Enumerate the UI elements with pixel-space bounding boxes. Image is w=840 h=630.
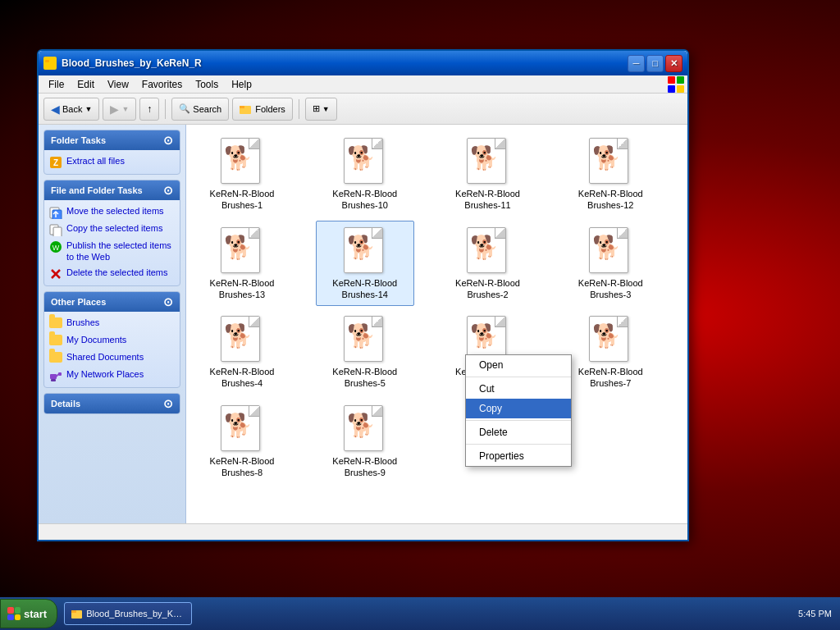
- move-selected-link[interactable]: Move the selected items: [49, 205, 175, 219]
- file-area[interactable]: 🐕 KeReN-R-BloodBrushes-1 🐕 KeReN-R: [186, 125, 687, 523]
- menu-edit[interactable]: Edit: [71, 77, 101, 92]
- network-places-link[interactable]: My Network Places: [49, 368, 175, 382]
- file-name-7: KeReN-R-BloodBrushes-7: [578, 366, 643, 390]
- folder-tasks-collapse-icon: ⊙: [163, 134, 173, 147]
- file-name-5: KeReN-R-BloodBrushes-5: [332, 366, 397, 390]
- copy-selected-link[interactable]: Copy the selected items: [49, 222, 175, 236]
- search-label: Search: [193, 104, 221, 114]
- taskbar-clock: 5:45 PM: [790, 609, 840, 619]
- taskbar-explorer-item[interactable]: Blood_Brushes_by_KeReN_R: [64, 602, 192, 625]
- folder-tasks-section: Folder Tasks ⊙ Z Extract all files: [43, 130, 180, 175]
- svg-rect-3: [677, 76, 684, 84]
- menu-view[interactable]: View: [101, 77, 135, 92]
- file-item[interactable]: 🐕 KeReN-R-BloodBrushes-12: [561, 131, 660, 217]
- ctx-separator-3: [466, 444, 571, 445]
- folder-tasks-header[interactable]: Folder Tasks ⊙: [44, 130, 180, 150]
- file-item[interactable]: 🐕 KeReN-R-BloodBrushes-7: [561, 309, 660, 395]
- menu-favorites[interactable]: Favorites: [135, 77, 189, 92]
- ctx-delete[interactable]: Delete: [466, 422, 571, 442]
- windows-logo-icon: [7, 607, 21, 620]
- maximize-button[interactable]: □: [646, 55, 664, 72]
- file-folder-tasks-section: File and Folder Tasks ⊙: [43, 180, 180, 286]
- svg-rect-11: [52, 210, 62, 219]
- delete-selected-link[interactable]: Delete the selected items: [49, 267, 175, 281]
- file-item[interactable]: 🐕 KeReN-R-BloodBrushes-13: [193, 221, 291, 307]
- views-icon: ⊞: [313, 103, 320, 114]
- file-item[interactable]: 🐕 KeReN-R-BloodBrushes-10: [316, 131, 414, 217]
- extract-icon: Z: [49, 156, 62, 169]
- delete-icon: [49, 267, 62, 281]
- publish-icon: W: [49, 240, 62, 253]
- file-item[interactable]: 🐕 KeReN-R-BloodBrushes-8: [193, 399, 291, 485]
- shared-documents-link[interactable]: Shared Documents: [49, 351, 175, 365]
- move-selected-label: Move the selected items: [66, 205, 164, 217]
- toolbar-separator-1: [165, 99, 166, 119]
- file-name-13: KeReN-R-BloodBrushes-13: [210, 277, 275, 301]
- file-item-selected[interactable]: 🐕 KeReN-R-BloodBrushes-14: [316, 221, 414, 307]
- folder-tasks-content: Z Extract all files: [44, 150, 180, 174]
- close-button[interactable]: ✕: [665, 55, 682, 72]
- minimize-button[interactable]: ─: [628, 55, 645, 72]
- file-name-8: KeReN-R-BloodBrushes-8: [210, 455, 275, 479]
- toolbar: ◀ Back ▼ ▶ ▼ ↑ 🔍 Search: [39, 94, 687, 125]
- file-item[interactable]: 🐕 KeReN-R-BloodBrushes-5: [316, 309, 414, 395]
- forward-dropdown-icon: ▼: [121, 105, 129, 113]
- details-header[interactable]: Details ⊙: [44, 394, 180, 413]
- folders-label: Folders: [255, 104, 285, 114]
- ctx-separator-1: [466, 377, 571, 377]
- svg-rect-7: [240, 106, 244, 108]
- back-button[interactable]: ◀ Back ▼: [43, 98, 99, 121]
- publish-selected-link[interactable]: W Publish the selected items to the Web: [49, 240, 175, 263]
- up-button[interactable]: ↑: [139, 98, 159, 121]
- file-item[interactable]: 🐕 KeReN-R-BloodBrushes-4: [193, 309, 291, 395]
- file-icon-8: 🐕: [217, 404, 267, 454]
- back-arrow-icon: ◀: [51, 103, 60, 116]
- menu-tools[interactable]: Tools: [189, 77, 225, 92]
- ctx-copy[interactable]: Copy: [466, 399, 571, 418]
- file-icon-9: 🐕: [340, 404, 390, 454]
- folders-icon: [240, 103, 253, 115]
- forward-button[interactable]: ▶ ▼: [103, 98, 136, 121]
- svg-rect-22: [51, 379, 56, 381]
- back-dropdown-icon: ▼: [84, 105, 92, 113]
- file-item[interactable]: 🐕 KeReN-R-BloodBrushes-1: [193, 131, 291, 217]
- other-places-header[interactable]: Other Places ⊙: [44, 292, 180, 312]
- file-item[interactable]: 🐕 KeReN-R-BloodBrushes-2: [439, 221, 537, 307]
- ctx-open[interactable]: Open: [466, 355, 571, 375]
- ctx-cut[interactable]: Cut: [466, 379, 571, 399]
- file-item[interactable]: 🐕 KeReN-R-BloodBrushes-3: [561, 221, 660, 307]
- search-button[interactable]: 🔍 Search: [171, 98, 229, 121]
- file-name-2: KeReN-R-BloodBrushes-2: [455, 277, 520, 301]
- views-button[interactable]: ⊞ ▼: [305, 98, 337, 121]
- folders-button[interactable]: Folders: [232, 98, 293, 121]
- desktop: Blood_Brushes_by_KeReN_R ─ □ ✕ File Edit…: [0, 0, 840, 630]
- file-item[interactable]: 🐕 KeReN-R-BloodBrushes-11: [439, 131, 537, 217]
- details-title: Details: [51, 399, 80, 409]
- ctx-properties[interactable]: Properties: [466, 446, 571, 466]
- views-dropdown-icon: ▼: [322, 105, 330, 113]
- copy-selected-label: Copy the selected items: [66, 222, 162, 234]
- shared-documents-label: Shared Documents: [66, 351, 144, 363]
- file-icon-7: 🐕: [586, 315, 635, 364]
- status-bar: [39, 523, 687, 540]
- back-label: Back: [62, 104, 82, 114]
- copy-icon: [49, 223, 62, 236]
- file-icon-11: 🐕: [463, 137, 513, 186]
- file-name-1: KeReN-R-BloodBrushes-1: [210, 188, 275, 212]
- file-folder-tasks-header[interactable]: File and Folder Tasks ⊙: [44, 180, 180, 200]
- my-documents-link[interactable]: My Documents: [49, 334, 175, 348]
- window-controls: ─ □ ✕: [628, 55, 682, 72]
- start-button[interactable]: start: [0, 599, 57, 628]
- extract-all-link[interactable]: Z Extract all files: [49, 155, 175, 169]
- forward-arrow-icon: ▶: [110, 103, 119, 116]
- menu-file[interactable]: File: [42, 77, 71, 92]
- brushes-link[interactable]: Brushes: [49, 317, 175, 331]
- taskbar-folder-icon: [71, 608, 83, 619]
- menu-help[interactable]: Help: [225, 77, 258, 92]
- file-icon-14: 🐕: [340, 226, 390, 276]
- window-icon: [43, 57, 57, 70]
- file-name-12: KeReN-R-BloodBrushes-12: [578, 188, 643, 212]
- file-grid: 🐕 KeReN-R-BloodBrushes-1 🐕 KeReN-R: [193, 131, 681, 484]
- taskbar-items: Blood_Brushes_by_KeReN_R: [64, 602, 790, 625]
- file-item[interactable]: 🐕 KeReN-R-BloodBrushes-9: [316, 399, 414, 485]
